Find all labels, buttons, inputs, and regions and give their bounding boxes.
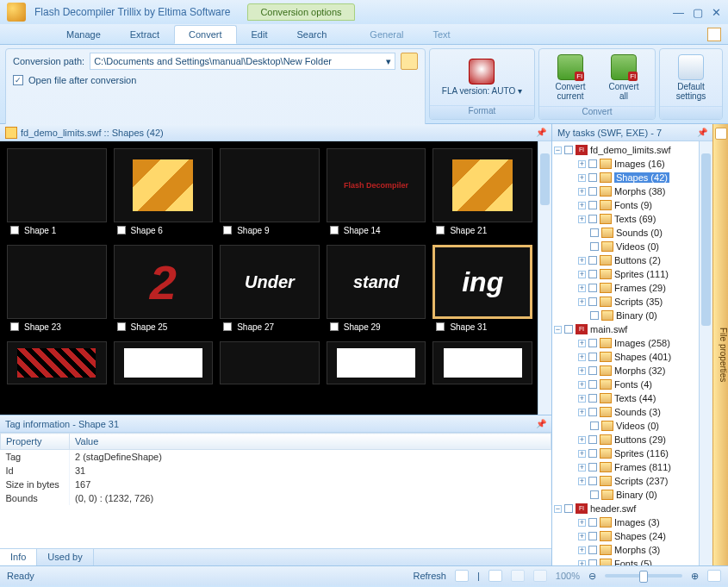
tree-checkbox[interactable]	[588, 435, 597, 444]
col-value[interactable]: Value	[70, 434, 551, 450]
conversion-path-input[interactable]: C:\Documents and Settings\manual\Desktop…	[90, 53, 395, 70]
thumbnail-shape-14[interactable]: Flash DecompilerShape 14	[327, 148, 426, 238]
default-settings-button[interactable]: Default settings	[667, 53, 715, 103]
expand-icon[interactable]: +	[578, 464, 586, 471]
expand-icon[interactable]: +	[578, 298, 586, 306]
expand-icon[interactable]: +	[578, 284, 586, 292]
tree-checkbox[interactable]	[588, 380, 597, 389]
tree-item[interactable]: +Fonts (9)	[578, 198, 711, 212]
tree-item[interactable]: +Fonts (4)	[578, 378, 711, 391]
expand-icon[interactable]: +	[578, 340, 586, 347]
tree-checkbox[interactable]	[588, 477, 597, 485]
expand-icon[interactable]: +	[578, 160, 586, 168]
tab-manage[interactable]: Manage	[52, 25, 115, 44]
tree-item[interactable]: −Flfd_demo_limits.swf	[554, 143, 711, 157]
tree-item[interactable]: +Buttons (2)	[578, 253, 711, 267]
tree-item[interactable]: +Images (258)	[578, 336, 711, 350]
tree-checkbox[interactable]	[588, 201, 597, 209]
thumbnail-partial[interactable]	[327, 341, 426, 384]
thumb-checkbox[interactable]	[436, 322, 445, 331]
close-icon[interactable]: ✕	[712, 6, 721, 19]
tree-item[interactable]: +Morphs (32)	[578, 364, 711, 378]
status-extra-icon[interactable]	[707, 570, 721, 582]
expand-icon[interactable]: +	[578, 436, 586, 444]
thumbnail-partial[interactable]	[114, 341, 214, 384]
browse-folder-button[interactable]	[401, 53, 418, 70]
tree-checkbox[interactable]	[588, 270, 597, 278]
expand-icon[interactable]: +	[578, 188, 586, 196]
expand-icon[interactable]: +	[578, 174, 586, 182]
tab-general[interactable]: General	[355, 25, 418, 44]
tree-checkbox[interactable]	[588, 546, 597, 554]
tab-used-by[interactable]: Used by	[37, 549, 93, 565]
tree-item[interactable]: +Frames (811)	[578, 460, 711, 474]
tree-item[interactable]: +Frames (29)	[578, 281, 711, 295]
col-property[interactable]: Property	[1, 434, 70, 450]
zoom-in-button[interactable]: ⊕	[691, 571, 699, 582]
expand-icon[interactable]: −	[554, 326, 562, 334]
tree-checkbox[interactable]	[588, 449, 597, 458]
thumb-checkbox[interactable]	[117, 322, 126, 331]
refresh-button[interactable]: Refresh	[413, 571, 446, 581]
thumb-checkbox[interactable]	[436, 226, 445, 234]
tasks-tree[interactable]: −Flfd_demo_limits.swf+Images (16)+Shapes…	[552, 141, 712, 565]
hand-icon[interactable]	[511, 570, 525, 582]
expand-icon[interactable]: +	[578, 367, 586, 375]
expand-icon[interactable]: +	[578, 450, 586, 458]
tree-checkbox[interactable]	[588, 297, 597, 306]
thumbnail-partial[interactable]	[7, 341, 107, 384]
tree-checkbox[interactable]	[588, 256, 597, 265]
tree-checkbox[interactable]	[588, 559, 597, 565]
tree-item[interactable]: +Texts (69)	[578, 212, 711, 226]
tree-checkbox[interactable]	[588, 408, 597, 416]
tree-item[interactable]: +Shapes (42)	[578, 171, 711, 184]
tab-convert[interactable]: Convert	[174, 25, 237, 44]
expand-icon[interactable]: +	[578, 215, 586, 223]
open-after-checkbox[interactable]: ✓	[13, 75, 23, 85]
tree-checkbox[interactable]	[588, 187, 597, 196]
view-mode-icon[interactable]	[488, 570, 502, 582]
tree-checkbox[interactable]	[588, 353, 597, 361]
tree-item[interactable]: Sounds (0)	[578, 226, 711, 240]
expand-icon[interactable]: +	[578, 381, 586, 389]
thumbnail-partial[interactable]	[432, 341, 532, 384]
tree-item[interactable]: +Shapes (401)	[578, 350, 711, 364]
expand-icon[interactable]: +	[578, 395, 586, 403]
tree-item[interactable]: +Sprites (116)	[578, 446, 711, 460]
customize-icon[interactable]	[707, 28, 721, 41]
thumbnail-shape-27[interactable]: UnderShape 27	[220, 245, 320, 334]
zoom-out-button[interactable]: ⊖	[588, 571, 596, 582]
tree-item[interactable]: +Images (3)	[578, 515, 711, 529]
tab-info[interactable]: Info	[0, 549, 37, 565]
tree-checkbox[interactable]	[590, 422, 599, 430]
thumb-checkbox[interactable]	[10, 226, 19, 234]
minimize-icon[interactable]: —	[673, 6, 684, 19]
tree-item[interactable]: −Flheader.swf	[554, 502, 711, 515]
expand-icon[interactable]: +	[578, 257, 586, 265]
tab-edit[interactable]: Edit	[237, 25, 283, 44]
pin-icon[interactable]: 📌	[697, 128, 707, 137]
maximize-icon[interactable]: ▢	[693, 6, 703, 19]
tree-item[interactable]: +Morphs (38)	[578, 184, 711, 198]
tree-item[interactable]: +Fonts (5)	[578, 557, 711, 565]
tree-item[interactable]: +Images (16)	[578, 157, 711, 171]
camera-icon[interactable]	[455, 570, 469, 582]
tree-item[interactable]: Videos (0)	[578, 419, 711, 433]
tree-item[interactable]: Binary (0)	[578, 309, 711, 322]
thumb-checkbox[interactable]	[330, 322, 339, 331]
tree-checkbox[interactable]	[590, 228, 599, 237]
tree-checkbox[interactable]	[588, 463, 597, 471]
expand-icon[interactable]: +	[578, 519, 586, 527]
tab-search[interactable]: Search	[283, 25, 342, 44]
expand-icon[interactable]: −	[554, 147, 562, 154]
pin-icon[interactable]: 📌	[536, 128, 546, 137]
fla-version-button[interactable]: FLA version: AUTO ▾	[437, 57, 527, 97]
tree-item[interactable]: +Sprites (111)	[578, 267, 711, 281]
tree-item[interactable]: +Scripts (35)	[578, 295, 711, 309]
dropdown-icon[interactable]: ▾	[386, 56, 391, 67]
expand-icon[interactable]: +	[578, 546, 586, 554]
tree-checkbox[interactable]	[588, 532, 597, 540]
tree-checkbox[interactable]	[588, 394, 597, 403]
thumb-checkbox[interactable]	[223, 226, 232, 234]
convert-current-button[interactable]: Convert current	[546, 53, 594, 103]
